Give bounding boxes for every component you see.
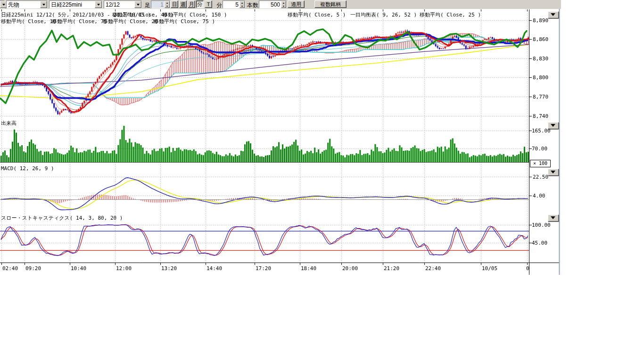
time-axis-label: 17:20	[256, 265, 271, 272]
legend-item: 移動平均( Close, 5 )	[288, 11, 346, 18]
market-combo[interactable]: 先物	[6, 0, 48, 8]
time-axis-label: 20:00	[342, 265, 358, 272]
spinner-arrows-icon[interactable]: ▲▼	[239, 1, 245, 8]
combo-arrow-icon[interactable]	[40, 1, 47, 8]
bar-count-spinner[interactable]: 500 ▲▼	[259, 0, 287, 8]
symbol-combo-value: 日経225mini	[51, 1, 82, 8]
time-axis-label: 09:20	[25, 265, 41, 272]
period-week-button[interactable]: 週	[179, 0, 187, 8]
combo-arrow-icon[interactable]	[95, 1, 102, 8]
contract-month-combo-value: 12/12	[106, 1, 120, 8]
bar-count-value: 500	[271, 1, 280, 8]
time-axis-label: 0	[526, 265, 529, 272]
bar-interval-spinner[interactable]: 1 ▲▼	[151, 0, 170, 8]
volume-axis-label: 165.00	[532, 128, 551, 134]
minute-label: 分	[216, 1, 222, 9]
time-axis-label: 12:00	[116, 265, 132, 272]
legend-item: 移動平均( Close, 25 )	[420, 11, 481, 18]
time-axis-label: 02:40	[2, 265, 18, 272]
multi-symbol-button[interactable]: 複数銘柄	[314, 0, 347, 8]
macd-panel-label: MACD( 12, 26, 9 )	[1, 165, 54, 172]
chart-app-window: 先物 日経225mini 12/12 足 1 ▲▼ 日 週 月 分 T 分 5 …	[0, 0, 561, 276]
time-axis-label: 22:40	[425, 265, 441, 272]
macd-axis-dropdown-button[interactable]	[548, 169, 559, 176]
volume-axis-label: 70.00	[532, 146, 547, 152]
volume-panel-label: 出来高	[1, 120, 17, 127]
time-axis-label: 10:40	[71, 265, 86, 272]
spinner-arrows-icon[interactable]: ▲▼	[281, 1, 286, 8]
legend-item: 移動平均( Close, 75 )	[154, 18, 215, 25]
apply-button[interactable]: 適用	[288, 0, 305, 8]
market-combo-value: 先物	[8, 1, 19, 8]
period-month-button[interactable]: 月	[188, 0, 195, 8]
price-axis-label: 8,800	[533, 74, 548, 81]
contract-month-combo[interactable]: 12/12	[104, 0, 142, 8]
stoch-panel-label: スロー・ストキャスティクス( 14, 3, 80, 20 )	[1, 214, 123, 222]
volume-multiplier-box: × 100	[530, 160, 551, 167]
bar-interval-value: 1	[160, 1, 164, 8]
price-axis-label: 8,830	[533, 56, 548, 62]
legend-item: 一目均衡表( 9, 26, 52 )	[350, 11, 417, 18]
time-axis-label: 10/05	[482, 265, 497, 272]
chart-area: 出来高 MACD( 12, 26, 9 ) スロー・ストキャスティクス( 14,…	[0, 9, 561, 276]
price-axis-label: 8,860	[533, 36, 548, 42]
combo-arrow-icon[interactable]	[134, 1, 141, 8]
time-axis-label: 13:20	[161, 265, 177, 272]
time-axis-label: 14:40	[206, 265, 222, 272]
period-day-button[interactable]: 日	[171, 0, 178, 8]
spinner-arrows-icon[interactable]: ▲▼	[165, 1, 170, 8]
clipped-combo[interactable]	[0, 0, 5, 8]
price-axis-label: 8,770	[533, 94, 548, 100]
stoch-axis-label: 100.00	[532, 222, 551, 228]
legend-item: 移動平均( Close, 150 )	[163, 11, 227, 18]
macd-axis-label: 22.50	[533, 174, 548, 180]
price-axis-label: 8,740	[533, 113, 548, 119]
period-tick-button[interactable]: T	[205, 0, 212, 8]
macd-axis-label: 4.00	[533, 193, 545, 199]
stoch-axis-label: 45.00	[532, 240, 547, 246]
symbol-combo[interactable]: 日経225mini	[49, 0, 102, 8]
price-axis-dropdown-button[interactable]	[548, 11, 559, 18]
bar-count-label: 本数	[247, 1, 258, 9]
bar-type-label: 足	[145, 1, 150, 9]
minute-value: 5	[235, 1, 239, 8]
price-axis-label: 8,890	[533, 17, 548, 24]
time-axis-label: 18:40	[301, 265, 316, 272]
chart-canvas[interactable]	[0, 9, 561, 276]
period-minute-button[interactable]: 分	[196, 0, 204, 8]
toolbar: 先物 日経225mini 12/12 足 1 ▲▼ 日 週 月 分 T 分 5 …	[0, 0, 561, 9]
stoch-axis-dropdown-button[interactable]	[548, 214, 559, 222]
minute-spinner[interactable]: 5 ▲▼	[223, 0, 245, 8]
time-axis-label: 21:20	[384, 265, 399, 272]
